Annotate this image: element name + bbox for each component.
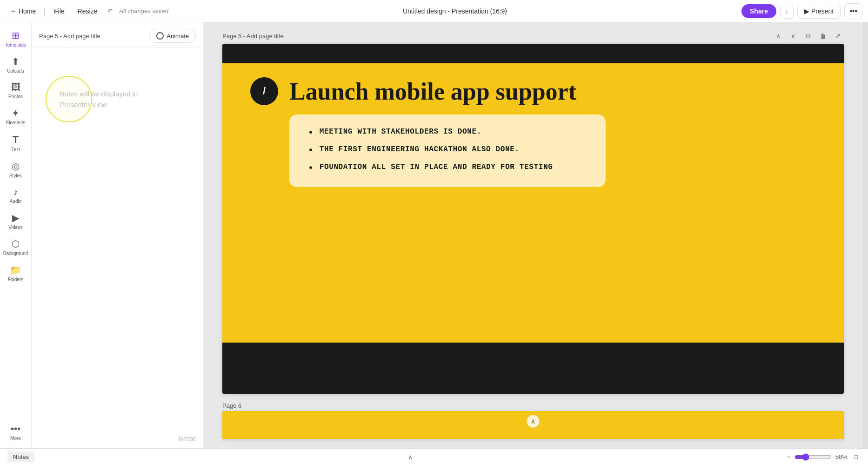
canvas-area[interactable]: Page 5 - Add page title ∧ ∨ ⧉ 🗑 ↗ — [204, 22, 862, 448]
slide5-number: / — [263, 85, 266, 97]
bullet-dot-3: • — [308, 163, 314, 174]
collapse-notes-button[interactable]: ∧ — [404, 452, 416, 463]
slide6-top-bar — [222, 411, 844, 415]
document-title: Untitled design - Presentation (16:9) — [172, 7, 738, 15]
sidebar-label-more: More — [10, 436, 21, 441]
sidebar-label-text: Text — [11, 147, 20, 152]
notes-placeholder: Notes will be displayed in Presenter Vie… — [60, 89, 153, 110]
slides-container: Page 5 - Add page title ∧ ∨ ⧉ 🗑 ↗ — [204, 22, 862, 448]
bottom-right: − 58% □ — [787, 452, 861, 462]
canvas-scrollbar[interactable] — [862, 22, 868, 448]
main-layout: ⊞ Templates ⬆ Uploads 🖼 Photos ✦ Element… — [0, 22, 868, 448]
sidebar-label-elements: Elements — [6, 120, 26, 125]
text-icon: T — [13, 134, 19, 146]
notes-page-title: Page 5 - Add page title — [39, 33, 100, 40]
home-button[interactable]: ← Home — [6, 5, 40, 18]
notes-tab-button[interactable]: Notes — [7, 452, 34, 462]
separator: | — [43, 6, 46, 16]
sidebar-item-text[interactable]: T Text — [1, 130, 30, 156]
slide5-wrapper: Page 5 - Add page title ∧ ∨ ⧉ 🗑 ↗ — [222, 27, 844, 394]
animate-icon — [156, 32, 164, 40]
sidebar-item-elements[interactable]: ✦ Elements — [1, 104, 30, 129]
undo-button[interactable]: ↶ — [105, 5, 115, 17]
topbar-left: ← Home | File Resize ↶ All changes saved — [6, 5, 168, 18]
sidebar-label-audio: Audio — [10, 199, 22, 204]
slide5-share-button[interactable]: ↗ — [832, 30, 844, 42]
audio-icon: ♪ — [13, 187, 18, 197]
bullet-text-1: Meeting with stakeholders is done. — [320, 128, 481, 136]
slide5-top-bar — [222, 44, 844, 63]
zoom-fit-button[interactable]: □ — [851, 452, 861, 462]
scroll-up-indicator[interactable]: ∧ — [527, 415, 540, 428]
uploads-icon: ⬆ — [12, 56, 20, 67]
collapse-icon: ∧ — [408, 453, 413, 461]
slide5-up-button[interactable]: ∧ — [772, 30, 784, 42]
sidebar-item-photos[interactable]: 🖼 Photos — [1, 78, 30, 103]
sidebar-label-videos: Videos — [8, 225, 22, 230]
sidebar-label-photos: Photos — [8, 94, 23, 99]
notes-header: Page 5 - Add page title Animate — [32, 22, 203, 48]
sidebar-item-uploads[interactable]: ⬆ Uploads — [1, 52, 30, 77]
sidebar-item-styles[interactable]: ◎ Styles — [1, 157, 30, 182]
sidebar-item-videos[interactable]: ▶ Videos — [1, 209, 30, 234]
slide5-label: Page 5 - Add page title — [222, 33, 284, 40]
slide5-title-row: / Launch mobile app support — [250, 77, 816, 105]
animate-button[interactable]: Animate — [149, 29, 196, 43]
more-icon: ••• — [11, 424, 20, 434]
bullet-text-3: Foundation all set in place and ready fo… — [320, 163, 553, 171]
slide5-middle: / Launch mobile app support • Meeting wi… — [222, 63, 844, 343]
background-icon: ⬡ — [12, 238, 20, 249]
slide5-down-button[interactable]: ∨ — [787, 30, 799, 42]
scroll-up-icon: ∧ — [531, 418, 535, 425]
bullet-dot-1: • — [308, 128, 314, 139]
slide5-bullet-2: • The first engineering hackathon also d… — [308, 145, 587, 156]
sidebar-item-background[interactable]: ⬡ Background — [1, 235, 30, 260]
home-label: Home — [19, 7, 36, 15]
slide5-controls: ∧ ∨ ⧉ 🗑 ↗ — [772, 30, 844, 42]
folders-icon: 📁 — [10, 264, 21, 276]
notes-content[interactable]: Notes will be displayed in Presenter Vie… — [32, 48, 203, 432]
notes-panel: Page 5 - Add page title Animate Notes wi… — [32, 22, 204, 448]
sidebar-item-audio[interactable]: ♪ Audio — [1, 183, 30, 208]
share-button[interactable]: Share — [741, 4, 776, 18]
slide5-bullet-3: • Foundation all set in place and ready … — [308, 163, 587, 174]
sidebar-item-folders[interactable]: 📁 Folders — [1, 261, 30, 286]
placeholder-line1: Notes will be displayed in — [60, 90, 138, 98]
slide5-bullet-1: • Meeting with stakeholders is done. — [308, 128, 587, 139]
sidebar-item-more[interactable]: ••• More — [1, 420, 30, 445]
slide5-copy-button[interactable]: ⧉ — [802, 30, 814, 42]
slide5-main-title: Launch mobile app support — [289, 78, 576, 105]
slide5-delete-button[interactable]: 🗑 — [817, 30, 829, 42]
topbar-right: Share ↓ ▶ Present ••• — [741, 3, 862, 19]
resize-button[interactable]: Resize — [72, 5, 103, 18]
slide5-frame[interactable]: / Launch mobile app support • Meeting wi… — [222, 44, 844, 394]
sidebar: ⊞ Templates ⬆ Uploads 🖼 Photos ✦ Element… — [0, 22, 32, 448]
slide5-number-circle: / — [250, 77, 278, 105]
zoom-slider[interactable] — [795, 453, 832, 461]
bottom-bar: Notes ∧ − 58% □ — [0, 448, 868, 465]
sidebar-item-templates[interactable]: ⊞ Templates — [1, 26, 30, 51]
sidebar-label-folders: Folders — [8, 277, 23, 282]
bottom-center: ∧ — [42, 452, 779, 463]
home-icon: ← — [10, 7, 17, 15]
slide5-bottom-bar — [222, 343, 844, 394]
videos-icon: ▶ — [12, 212, 19, 223]
bullet-text-2: The first engineering hackathon also don… — [320, 145, 520, 154]
slide5-bullet-box: • Meeting with stakeholders is done. • T… — [289, 115, 606, 187]
download-icon: ↓ — [785, 7, 788, 15]
topbar: ← Home | File Resize ↶ All changes saved… — [0, 0, 868, 22]
photos-icon: 🖼 — [11, 82, 20, 93]
slide6-label: Page 6 — [222, 402, 241, 409]
more-options-button[interactable]: ••• — [844, 3, 862, 19]
bullet-dot-2: • — [308, 145, 314, 156]
sidebar-label-templates: Templates — [5, 42, 27, 47]
animate-label: Animate — [167, 33, 189, 40]
placeholder-line2: Presenter View — [60, 101, 107, 108]
present-button[interactable]: ▶ Present — [797, 4, 841, 19]
download-button[interactable]: ↓ — [780, 4, 794, 19]
present-label: Present — [811, 7, 834, 15]
file-button[interactable]: File — [48, 5, 70, 18]
notes-footer: C 0/2000 — [32, 432, 203, 448]
elements-icon: ✦ — [12, 108, 20, 119]
slide6-label-bar: Page 6 — [222, 399, 844, 411]
